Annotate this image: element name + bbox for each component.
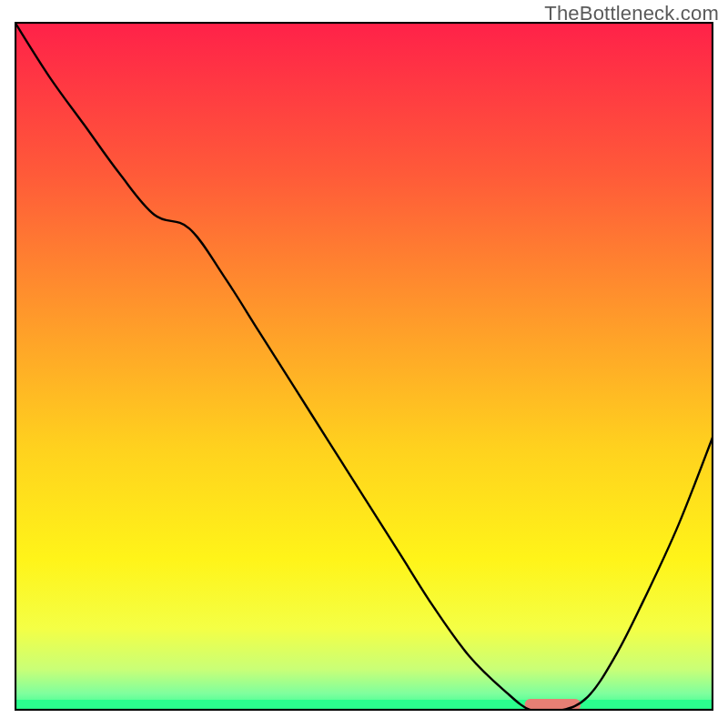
chart-container: TheBottleneck.com [0,0,728,728]
watermark-label: TheBottleneck.com [544,2,719,25]
gradient-background [15,22,713,711]
bottleneck-chart [15,22,713,711]
